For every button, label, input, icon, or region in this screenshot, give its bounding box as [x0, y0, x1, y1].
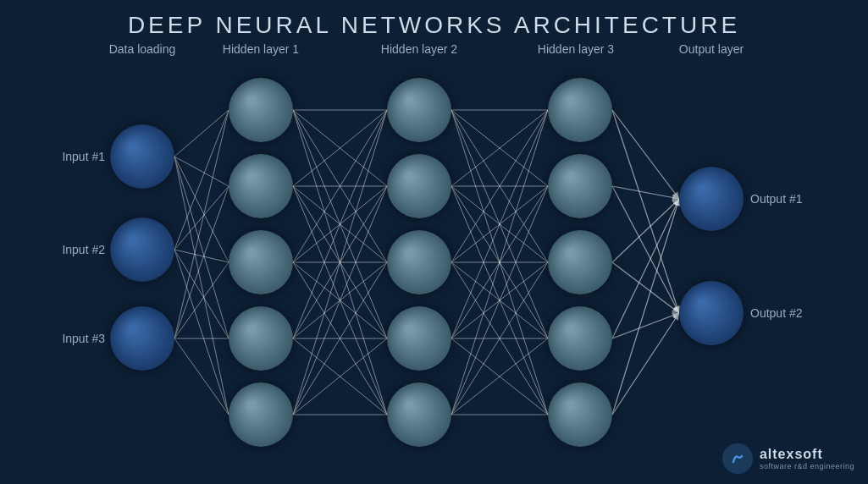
logo-text: altexsoft software r&d engineering	[760, 447, 854, 470]
svg-point-0	[730, 451, 745, 466]
logo-subtitle: software r&d engineering	[760, 462, 854, 470]
page-title: DEEP NEURAL NETWORKS ARCHITECTURE	[0, 12, 868, 39]
logo-area: altexsoft software r&d engineering	[722, 443, 854, 474]
logo-name: altexsoft	[760, 447, 854, 462]
logo-icon	[722, 443, 753, 474]
